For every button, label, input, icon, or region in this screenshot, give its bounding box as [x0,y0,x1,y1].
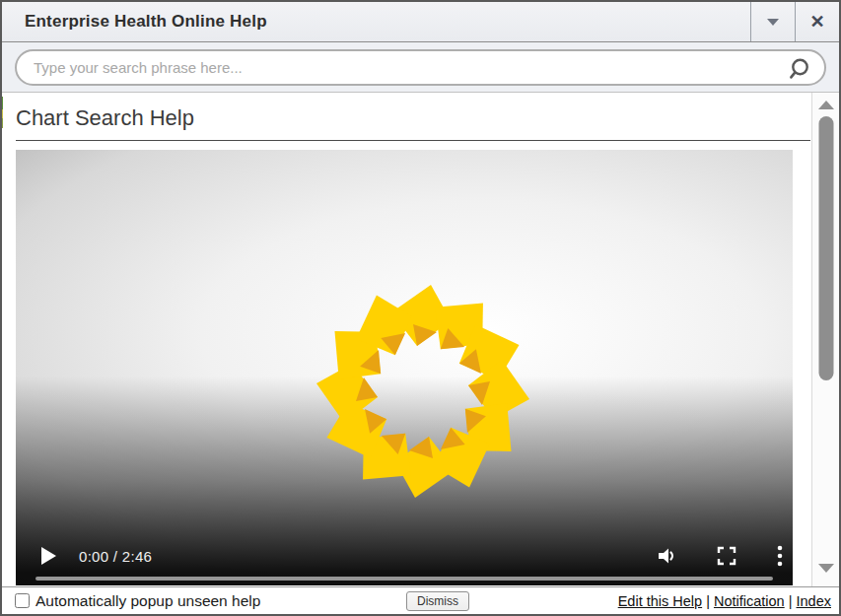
volume-icon[interactable] [655,544,678,568]
close-icon: ✕ [809,13,824,31]
help-content: Chart Search Help [2,93,839,586]
time-display: 0:00 / 2:46 [79,548,152,565]
video-controls-right [655,544,785,568]
footer-bar: Automatically popup unseen help Dismiss … [2,586,839,614]
title-bar: Enterprise Health Online Help ✕ [2,2,839,42]
search-input[interactable] [17,59,824,76]
search-pill [15,49,826,86]
index-link[interactable]: Index [797,593,831,609]
scroll-down-arrow-icon[interactable] [818,564,834,573]
close-button[interactable]: ✕ [795,2,839,41]
scroll-up-arrow-icon[interactable] [818,101,834,109]
help-dialog: Enterprise Health Online Help ✕ Chart Se… [0,0,841,616]
article-title: Chart Search Help [16,105,825,131]
edit-help-link[interactable]: Edit this Help [618,593,702,609]
fullscreen-icon[interactable] [715,544,738,568]
chevron-down-icon [767,19,779,26]
footer-links: Edit this Help | Notification | Index [618,593,831,609]
autopopup-label: Automatically popup unseen help [35,592,260,610]
link-separator: | [785,593,797,609]
more-options-icon[interactable] [775,544,785,568]
vertical-scrollbar[interactable] [811,93,839,586]
video-controls: 0:00 / 2:46 [16,542,793,570]
scrollbar-thumb[interactable] [818,116,833,380]
window-title: Enterprise Health Online Help [2,12,750,32]
autopopup-option[interactable]: Automatically popup unseen help [15,592,260,610]
search-icon[interactable] [786,56,812,87]
yellow-petal-ring-logo [305,273,541,510]
play-button[interactable] [39,546,57,566]
dismiss-button[interactable]: Dismiss [406,591,469,611]
autopopup-checkbox[interactable] [15,593,30,608]
link-separator: | [702,593,714,609]
collapse-button[interactable] [750,2,795,41]
notification-link[interactable]: Notification [714,593,785,609]
heading-divider [16,140,810,141]
video-progress-bar[interactable] [35,577,773,581]
video-player[interactable]: 0:00 / 2:46 [16,150,793,585]
background-page-edge [2,97,3,128]
search-bar [2,42,839,93]
